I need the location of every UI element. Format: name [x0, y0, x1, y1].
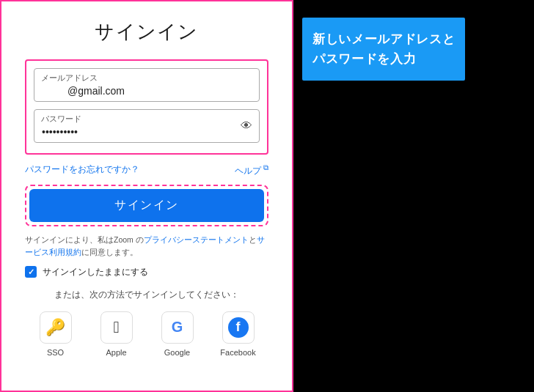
- main-container: サインイン メールアドレス パスワード 👁 パスワードをお忘れですか？ ヘルプ …: [0, 0, 534, 392]
- forgot-password-link[interactable]: パスワードをお忘れですか？: [25, 163, 139, 177]
- stay-signed-in-checkbox[interactable]: [25, 266, 37, 278]
- facebook-icon: f: [228, 317, 249, 338]
- sso-signin-item[interactable]: 🔑 SSO: [34, 311, 78, 357]
- key-icon: 🔑: [45, 318, 65, 337]
- email-input[interactable]: [34, 68, 260, 102]
- annotation-text: 新しいメールアドレスとパスワードを入力: [312, 32, 455, 66]
- annotation-box: 新しいメールアドレスとパスワードを入力: [302, 18, 465, 81]
- password-toggle-icon[interactable]: 👁: [241, 119, 252, 133]
- signin-button-wrapper: サインイン: [25, 185, 268, 226]
- password-group: パスワード 👁: [34, 109, 260, 143]
- email-group: メールアドレス: [34, 68, 260, 102]
- apple-signin-item[interactable]:  Apple: [95, 311, 139, 357]
- google-label: Google: [164, 348, 190, 357]
- social-prompt: または、次の方法でサインインしてください：: [25, 289, 268, 301]
- stay-signed-in-label: サインインしたままにする: [43, 266, 148, 278]
- page-title: サインイン: [25, 19, 268, 45]
- password-input[interactable]: [34, 109, 260, 143]
- facebook-icon-circle: f: [222, 311, 255, 344]
- google-signin-item[interactable]: G Google: [156, 311, 200, 357]
- apple-icon: : [113, 318, 119, 337]
- privacy-text: サインインにより、私はZoom のプライバシーステートメントとサービス利用規約に…: [25, 234, 268, 259]
- sso-icon-circle: 🔑: [40, 311, 72, 344]
- social-signin-row: 🔑 SSO  Apple G Google f: [25, 311, 268, 357]
- apple-icon-circle: : [100, 311, 133, 344]
- facebook-label: Facebook: [220, 348, 255, 357]
- external-link-icon: ⧉: [263, 163, 268, 171]
- facebook-signin-item[interactable]: f Facebook: [216, 311, 260, 357]
- apple-label: Apple: [106, 348, 126, 357]
- help-link[interactable]: ヘルプ ⧉: [235, 163, 268, 177]
- google-icon: G: [172, 319, 183, 336]
- signin-panel: サインイン メールアドレス パスワード 👁 パスワードをお忘れですか？ ヘルプ …: [0, 0, 293, 392]
- sso-label: SSO: [47, 348, 64, 357]
- stay-signed-in-row: サインインしたままにする: [25, 266, 268, 278]
- signin-button[interactable]: サインイン: [29, 189, 264, 222]
- credentials-highlight-box: メールアドレス パスワード 👁: [25, 59, 268, 155]
- google-icon-circle: G: [161, 311, 194, 344]
- privacy-link[interactable]: プライバシーステートメント: [144, 235, 249, 244]
- links-row: パスワードをお忘れですか？ ヘルプ ⧉: [25, 163, 268, 177]
